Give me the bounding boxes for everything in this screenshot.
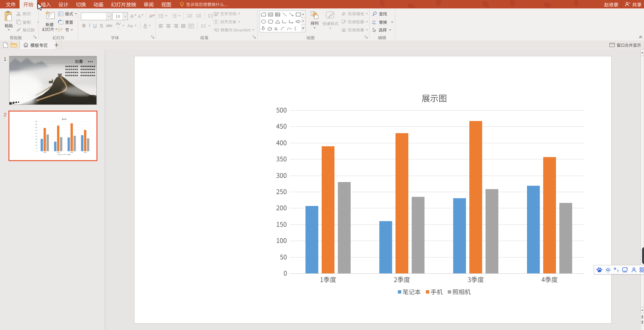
decrease-font-button[interactable]: A▼ <box>138 13 144 20</box>
shape-fill-dropdown[interactable] <box>366 13 368 14</box>
shape-outline-button[interactable] <box>341 20 368 24</box>
chart-bar-series-2-cat-2[interactable] <box>396 133 408 273</box>
replace-dropdown[interactable] <box>391 22 393 23</box>
current-slide[interactable] <box>134 56 612 324</box>
font-color-button[interactable]: A <box>144 23 147 28</box>
character-spacing-dropdown[interactable] <box>122 25 124 26</box>
shape-elbow-connector-icon[interactable] <box>282 20 287 24</box>
ime-user-icon[interactable] <box>631 267 637 272</box>
chart-bar-series-1-cat-3[interactable] <box>67 138 70 151</box>
chart-bar-series-3-cat-1[interactable] <box>47 134 49 151</box>
drawing-dialog-launcher[interactable] <box>364 35 368 39</box>
character-spacing-button[interactable]: AV↔ <box>116 22 121 29</box>
select-dropdown[interactable] <box>389 29 391 31</box>
chart-bar-series-2-cat-3[interactable] <box>469 121 482 273</box>
reset-button[interactable] <box>58 20 73 25</box>
find-button[interactable] <box>372 11 387 16</box>
numbering-dropdown[interactable] <box>178 15 180 17</box>
shape-effects-dropdown[interactable] <box>366 29 368 31</box>
ime-baidu-paw-icon[interactable] <box>596 267 603 273</box>
tell-me-box[interactable] <box>180 0 228 8</box>
chart-bar-series-2-cat-4[interactable] <box>543 157 556 273</box>
shapes-scroll-up[interactable] <box>301 11 305 18</box>
align-right-icon[interactable] <box>173 24 178 28</box>
shape-line-icon[interactable] <box>282 12 287 17</box>
text-shadow-button[interactable]: S <box>100 23 103 28</box>
align-left-icon[interactable] <box>158 24 164 28</box>
decrease-indent-icon[interactable] <box>187 13 193 18</box>
change-case-dropdown[interactable] <box>135 25 137 26</box>
font-dialog-launcher[interactable] <box>151 35 155 39</box>
chart-legend-item[interactable] <box>398 289 421 295</box>
text-direction-dropdown[interactable] <box>238 13 240 14</box>
chart-bar-series-3-cat-4[interactable] <box>559 203 572 273</box>
slide-2-thumbnail-selected[interactable] <box>8 111 97 161</box>
new-presentation-icon[interactable] <box>3 42 8 48</box>
italic-button[interactable]: I <box>89 23 90 28</box>
chart-legend-item[interactable] <box>67 154 71 155</box>
font-name-dropdown[interactable] <box>106 13 111 20</box>
scroll-up-button[interactable] <box>641 50 644 55</box>
menu-tab-slideshow[interactable] <box>107 0 140 8</box>
shape-freeform-icon[interactable] <box>267 27 272 31</box>
chart-bar-series-1-cat-1[interactable] <box>40 139 43 151</box>
chart-bar-series-3-cat-3[interactable] <box>74 136 76 151</box>
quick-styles-dropdown[interactable] <box>329 28 331 29</box>
underline-button[interactable]: U <box>93 23 97 28</box>
shapes-scroll-down[interactable] <box>301 18 305 25</box>
chart-bar-series-2-cat-1[interactable] <box>322 146 334 273</box>
layout-dropdown[interactable] <box>75 13 77 14</box>
align-text-dropdown[interactable] <box>238 21 240 23</box>
collapse-ribbon-button[interactable] <box>639 36 643 39</box>
new-tab-button[interactable] <box>52 40 61 49</box>
chart-bar-series-3-cat-2[interactable] <box>60 137 62 151</box>
previous-slide-button[interactable] <box>641 314 644 320</box>
paste-dropdown[interactable] <box>8 29 10 31</box>
vertical-scrollbar[interactable] <box>640 50 644 330</box>
shape-arrow-line-icon[interactable] <box>289 12 294 17</box>
chart-legend-item[interactable] <box>58 154 62 155</box>
merge-windows-toggle[interactable] <box>609 40 644 49</box>
arrange-dropdown[interactable] <box>314 27 316 29</box>
shape-elbow-arrow-icon[interactable] <box>289 20 294 24</box>
shape-triangle-icon[interactable] <box>275 20 280 24</box>
clipboard-dialog-launcher[interactable] <box>33 35 37 39</box>
replace-button[interactable]: ab ac <box>372 20 393 25</box>
text-direction-button[interactable] <box>213 11 240 16</box>
new-slide-dropdown[interactable] <box>55 29 57 30</box>
bullets-icon[interactable] <box>158 13 164 18</box>
menu-tab-home[interactable] <box>20 0 37 8</box>
chart-bar-series-2-cat-2[interactable] <box>57 126 59 151</box>
template-zone-tab[interactable] <box>20 40 56 49</box>
quick-styles-button[interactable] <box>321 10 340 34</box>
arrange-button[interactable] <box>309 10 320 34</box>
copy-dropdown[interactable] <box>37 22 39 23</box>
menu-tab-transitions[interactable] <box>72 0 90 8</box>
shape-rectangle-icon[interactable] <box>296 12 301 17</box>
next-slide-button[interactable] <box>641 320 644 325</box>
ime-punctuation-icon[interactable] <box>614 267 619 272</box>
strikethrough-button[interactable]: abc <box>106 23 112 28</box>
columns-dropdown[interactable] <box>208 25 210 27</box>
chart-bar-series-2-cat-1[interactable] <box>43 128 46 151</box>
shape-pentagon-icon[interactable] <box>261 12 266 17</box>
increase-font-button[interactable]: A▲ <box>130 12 137 20</box>
shape-scribble-icon[interactable] <box>274 27 279 31</box>
chart-legend-item[interactable] <box>448 289 471 295</box>
clear-formatting-button[interactable]: A <box>148 12 156 20</box>
menu-tab-view[interactable] <box>157 0 175 8</box>
chart-bar-series-1-cat-4[interactable] <box>81 135 83 151</box>
line-spacing-icon[interactable] <box>208 13 213 18</box>
slide-1-thumbnail[interactable] <box>9 56 97 105</box>
font-name-combobox[interactable] <box>81 12 111 20</box>
align-text-button[interactable] <box>213 20 240 24</box>
shapes-gallery-more[interactable] <box>301 25 305 32</box>
font-size-dropdown[interactable] <box>123 13 127 20</box>
ime-mode-chinese[interactable] <box>606 267 611 273</box>
cut-button[interactable] <box>16 11 31 16</box>
ime-keyboard-icon[interactable] <box>622 267 628 272</box>
justify-icon[interactable] <box>181 24 186 28</box>
format-painter-button[interactable] <box>16 28 35 32</box>
chart-bar-series-2-cat-4[interactable] <box>84 130 86 151</box>
floating-widget[interactable] <box>642 247 644 264</box>
